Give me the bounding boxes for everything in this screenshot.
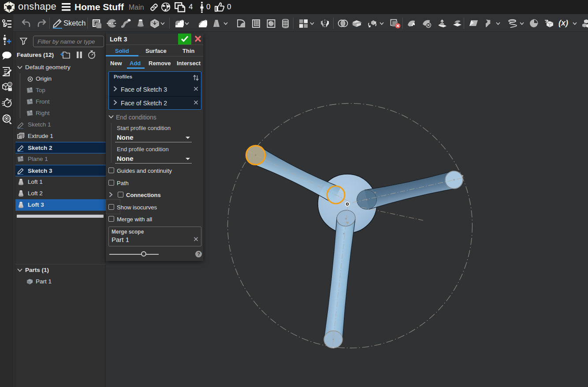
- svg-text:?: ?: [9, 83, 11, 86]
